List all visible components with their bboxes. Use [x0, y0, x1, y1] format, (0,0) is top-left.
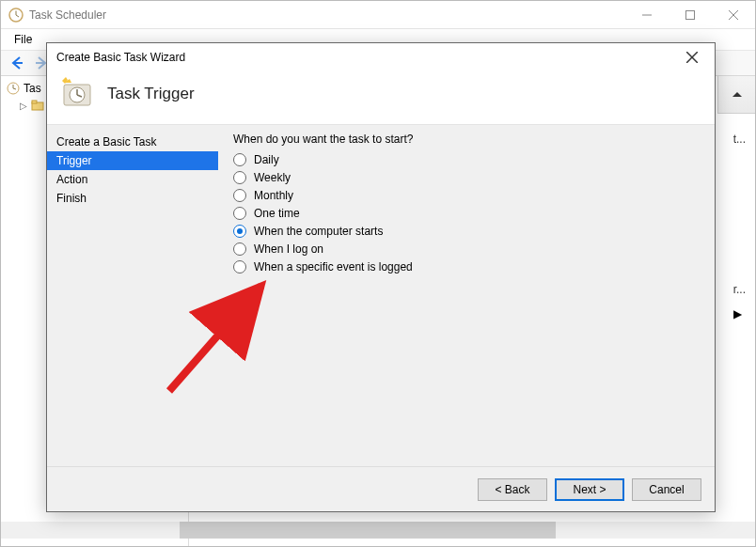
wizard-header-icon — [60, 77, 94, 111]
clock-icon — [7, 82, 20, 95]
svg-rect-4 — [686, 10, 695, 19]
radio-icon[interactable] — [233, 260, 246, 274]
create-basic-task-wizard: Create Basic Task Wizard Task Trigger Cr… — [46, 42, 716, 512]
trigger-question: When do you want the task to start? — [233, 133, 700, 146]
next-button[interactable]: Next > — [555, 478, 624, 501]
trigger-option[interactable]: Weekly — [233, 171, 700, 184]
wizard-heading: Task Trigger — [107, 85, 195, 103]
wizard-nav: Create a Basic TaskTriggerActionFinish — [47, 125, 218, 466]
wizard-close-button[interactable] — [679, 44, 705, 70]
back-button[interactable] — [7, 53, 27, 73]
truncated-text-1: t... — [733, 133, 746, 146]
wizard-nav-step[interactable]: Action — [47, 170, 218, 189]
trigger-option[interactable]: When a specific event is logged — [233, 260, 700, 274]
trigger-option-label: Weekly — [254, 171, 291, 184]
menu-file[interactable]: File — [8, 31, 38, 48]
wizard-body: Create a Basic TaskTriggerActionFinish W… — [47, 124, 715, 466]
close-button[interactable] — [712, 1, 755, 29]
trigger-option-label: One time — [254, 207, 300, 220]
radio-icon[interactable] — [233, 242, 246, 256]
wizard-title-text: Create Basic Task Wizard — [56, 51, 185, 64]
folder-icon — [31, 99, 44, 112]
radio-icon[interactable] — [233, 153, 246, 166]
wizard-nav-step[interactable]: Finish — [47, 189, 218, 208]
trigger-option[interactable]: Daily — [233, 153, 700, 166]
wizard-header: Task Trigger — [47, 71, 715, 124]
wizard-content: When do you want the task to start? Dail… — [218, 125, 715, 466]
radio-icon[interactable] — [233, 207, 246, 220]
wizard-nav-step[interactable]: Trigger — [47, 151, 218, 170]
svg-rect-13 — [32, 101, 37, 103]
trigger-option[interactable]: Monthly — [233, 189, 700, 202]
radio-icon[interactable] — [233, 171, 246, 184]
maximize-button[interactable] — [669, 1, 712, 29]
trigger-option-label: Daily — [254, 153, 279, 166]
truncated-text-2: r... — [733, 283, 746, 296]
expand-icon[interactable]: ▷ — [20, 101, 27, 111]
wizard-footer: < Back Next > Cancel — [47, 466, 715, 511]
trigger-option-label: Monthly — [254, 189, 293, 202]
horizontal-scrollbar[interactable] — [1, 522, 755, 539]
main-titlebar: Task Scheduler — [1, 1, 755, 29]
back-button[interactable]: < Back — [478, 478, 547, 501]
radio-icon[interactable] — [233, 225, 246, 238]
expand-chevron-icon[interactable]: ▶ — [733, 307, 742, 320]
window-title: Task Scheduler — [29, 8, 625, 22]
trigger-option-label: When I log on — [254, 242, 323, 256]
wizard-nav-step[interactable]: Create a Basic Task — [47, 133, 218, 151]
cancel-button[interactable]: Cancel — [632, 478, 701, 501]
minimize-button[interactable] — [625, 1, 669, 29]
trigger-option-label: When the computer starts — [254, 225, 383, 238]
task-scheduler-icon — [8, 8, 24, 23]
trigger-option[interactable]: One time — [233, 207, 700, 220]
tree-root-label: Tas — [24, 82, 41, 95]
panel-collapse-button[interactable] — [717, 76, 755, 114]
wizard-titlebar: Create Basic Task Wizard — [47, 43, 715, 71]
radio-icon[interactable] — [233, 189, 246, 202]
trigger-option-label: When a specific event is logged — [254, 260, 413, 274]
trigger-option[interactable]: When the computer starts — [233, 225, 700, 238]
trigger-options: DailyWeeklyMonthlyOne timeWhen the compu… — [233, 153, 700, 274]
scrollbar-thumb[interactable] — [180, 522, 556, 539]
trigger-option[interactable]: When I log on — [233, 242, 700, 256]
